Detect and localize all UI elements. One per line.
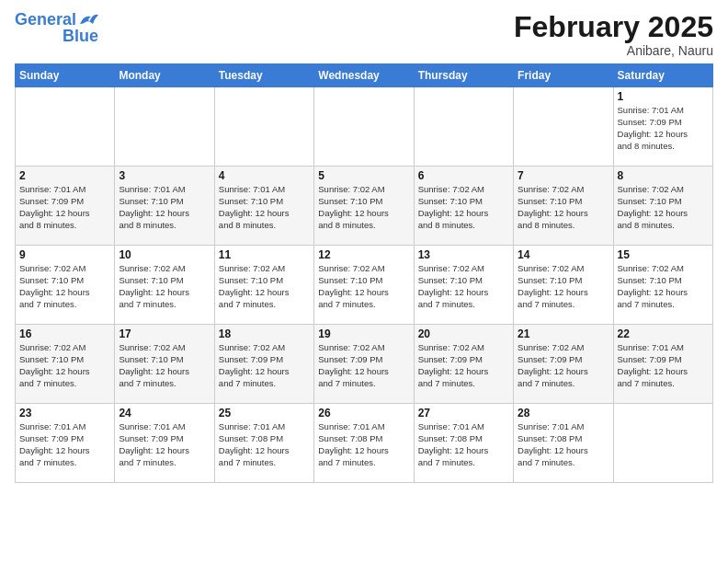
day-info: Sunrise: 7:02 AM Sunset: 7:10 PM Dayligh… — [418, 184, 509, 231]
day-info: Sunrise: 7:01 AM Sunset: 7:08 PM Dayligh… — [318, 421, 409, 468]
week-row-3: 9Sunrise: 7:02 AM Sunset: 7:10 PM Daylig… — [16, 246, 713, 325]
day-cell: 28Sunrise: 7:01 AM Sunset: 7:08 PM Dayli… — [514, 404, 613, 483]
day-number: 22 — [618, 327, 709, 340]
day-cell: 26Sunrise: 7:01 AM Sunset: 7:08 PM Dayli… — [314, 404, 414, 483]
day-number: 1 — [618, 90, 709, 103]
day-cell — [414, 87, 513, 167]
calendar-title: February 2025 — [514, 11, 713, 43]
day-number: 3 — [119, 169, 210, 182]
day-number: 27 — [418, 407, 509, 419]
title-block: February 2025 Anibare, Nauru — [514, 11, 713, 58]
day-info: Sunrise: 7:02 AM Sunset: 7:10 PM Dayligh… — [618, 263, 709, 310]
day-cell — [514, 87, 613, 167]
day-number: 15 — [618, 248, 709, 261]
day-info: Sunrise: 7:01 AM Sunset: 7:08 PM Dayligh… — [219, 421, 310, 468]
day-info: Sunrise: 7:01 AM Sunset: 7:08 PM Dayligh… — [418, 421, 509, 468]
header-saturday: Saturday — [613, 64, 712, 87]
day-number: 9 — [19, 248, 110, 261]
logo-blue-text: Blue — [63, 28, 98, 44]
day-number: 10 — [119, 248, 210, 261]
day-info: Sunrise: 7:01 AM Sunset: 7:09 PM Dayligh… — [119, 421, 210, 468]
day-cell: 20Sunrise: 7:02 AM Sunset: 7:09 PM Dayli… — [414, 325, 513, 404]
header-friday: Friday — [514, 64, 613, 87]
day-info: Sunrise: 7:02 AM Sunset: 7:09 PM Dayligh… — [318, 342, 409, 389]
day-info: Sunrise: 7:02 AM Sunset: 7:09 PM Dayligh… — [219, 342, 310, 389]
day-number: 11 — [219, 248, 310, 261]
day-cell: 21Sunrise: 7:02 AM Sunset: 7:09 PM Dayli… — [514, 325, 613, 404]
day-cell: 11Sunrise: 7:02 AM Sunset: 7:10 PM Dayli… — [214, 246, 313, 325]
day-cell: 14Sunrise: 7:02 AM Sunset: 7:10 PM Dayli… — [514, 246, 613, 325]
day-info: Sunrise: 7:01 AM Sunset: 7:08 PM Dayligh… — [518, 421, 609, 468]
day-info: Sunrise: 7:02 AM Sunset: 7:10 PM Dayligh… — [19, 263, 110, 310]
day-info: Sunrise: 7:01 AM Sunset: 7:10 PM Dayligh… — [219, 184, 310, 231]
logo: General Blue — [15, 11, 98, 44]
day-number: 14 — [518, 248, 609, 261]
day-cell: 22Sunrise: 7:01 AM Sunset: 7:09 PM Dayli… — [613, 325, 712, 404]
day-info: Sunrise: 7:02 AM Sunset: 7:10 PM Dayligh… — [418, 263, 509, 310]
day-number: 16 — [19, 327, 110, 340]
header-thursday: Thursday — [414, 64, 513, 87]
day-cell: 7Sunrise: 7:02 AM Sunset: 7:10 PM Daylig… — [514, 167, 613, 246]
calendar-table: SundayMondayTuesdayWednesdayThursdayFrid… — [15, 63, 713, 483]
day-cell: 23Sunrise: 7:01 AM Sunset: 7:09 PM Dayli… — [16, 404, 115, 483]
header-tuesday: Tuesday — [214, 64, 313, 87]
day-cell — [613, 404, 712, 483]
day-info: Sunrise: 7:02 AM Sunset: 7:10 PM Dayligh… — [318, 263, 409, 310]
week-row-4: 16Sunrise: 7:02 AM Sunset: 7:10 PM Dayli… — [16, 325, 713, 404]
day-info: Sunrise: 7:01 AM Sunset: 7:09 PM Dayligh… — [19, 184, 110, 231]
day-number: 21 — [518, 327, 609, 340]
calendar-subtitle: Anibare, Nauru — [514, 43, 713, 58]
day-number: 20 — [418, 327, 509, 340]
day-number: 13 — [418, 248, 509, 261]
day-cell: 6Sunrise: 7:02 AM Sunset: 7:10 PM Daylig… — [414, 167, 513, 246]
day-number: 5 — [318, 169, 409, 182]
day-cell — [214, 87, 313, 167]
day-number: 19 — [318, 327, 409, 340]
day-cell: 2Sunrise: 7:01 AM Sunset: 7:09 PM Daylig… — [16, 167, 115, 246]
day-cell: 3Sunrise: 7:01 AM Sunset: 7:10 PM Daylig… — [115, 167, 214, 246]
day-cell — [16, 87, 115, 167]
day-info: Sunrise: 7:01 AM Sunset: 7:09 PM Dayligh… — [618, 342, 709, 389]
day-info: Sunrise: 7:02 AM Sunset: 7:09 PM Dayligh… — [418, 342, 509, 389]
day-info: Sunrise: 7:02 AM Sunset: 7:10 PM Dayligh… — [618, 184, 709, 231]
day-number: 25 — [219, 407, 310, 419]
week-row-1: 1Sunrise: 7:01 AM Sunset: 7:09 PM Daylig… — [16, 87, 713, 167]
day-number: 24 — [119, 407, 210, 419]
day-number: 6 — [418, 169, 509, 182]
day-number: 4 — [219, 169, 310, 182]
day-cell: 1Sunrise: 7:01 AM Sunset: 7:09 PM Daylig… — [613, 87, 712, 167]
header-wednesday: Wednesday — [314, 64, 414, 87]
header-sunday: Sunday — [16, 64, 115, 87]
day-cell: 12Sunrise: 7:02 AM Sunset: 7:10 PM Dayli… — [314, 246, 414, 325]
day-info: Sunrise: 7:02 AM Sunset: 7:10 PM Dayligh… — [219, 263, 310, 310]
day-info: Sunrise: 7:02 AM Sunset: 7:10 PM Dayligh… — [518, 263, 609, 310]
day-number: 7 — [518, 169, 609, 182]
day-cell: 17Sunrise: 7:02 AM Sunset: 7:10 PM Dayli… — [115, 325, 214, 404]
day-cell: 16Sunrise: 7:02 AM Sunset: 7:10 PM Dayli… — [16, 325, 115, 404]
week-row-5: 23Sunrise: 7:01 AM Sunset: 7:09 PM Dayli… — [16, 404, 713, 483]
day-number: 26 — [318, 407, 409, 419]
day-cell: 19Sunrise: 7:02 AM Sunset: 7:09 PM Dayli… — [314, 325, 414, 404]
day-cell: 15Sunrise: 7:02 AM Sunset: 7:10 PM Dayli… — [613, 246, 712, 325]
day-info: Sunrise: 7:02 AM Sunset: 7:10 PM Dayligh… — [119, 342, 210, 389]
day-cell: 9Sunrise: 7:02 AM Sunset: 7:10 PM Daylig… — [16, 246, 115, 325]
day-number: 28 — [518, 407, 609, 419]
logo-text: General — [15, 11, 76, 28]
day-cell: 10Sunrise: 7:02 AM Sunset: 7:10 PM Dayli… — [115, 246, 214, 325]
day-cell: 13Sunrise: 7:02 AM Sunset: 7:10 PM Dayli… — [414, 246, 513, 325]
day-number: 17 — [119, 327, 210, 340]
day-number: 18 — [219, 327, 310, 340]
day-info: Sunrise: 7:02 AM Sunset: 7:10 PM Dayligh… — [19, 342, 110, 389]
logo-bird-icon — [78, 11, 98, 28]
day-info: Sunrise: 7:01 AM Sunset: 7:09 PM Dayligh… — [19, 421, 110, 468]
day-cell: 24Sunrise: 7:01 AM Sunset: 7:09 PM Dayli… — [115, 404, 214, 483]
day-number: 8 — [618, 169, 709, 182]
day-info: Sunrise: 7:02 AM Sunset: 7:10 PM Dayligh… — [318, 184, 409, 231]
day-info: Sunrise: 7:02 AM Sunset: 7:10 PM Dayligh… — [518, 184, 609, 231]
day-cell: 25Sunrise: 7:01 AM Sunset: 7:08 PM Dayli… — [214, 404, 313, 483]
day-number: 2 — [19, 169, 110, 182]
day-cell: 4Sunrise: 7:01 AM Sunset: 7:10 PM Daylig… — [214, 167, 313, 246]
day-cell: 27Sunrise: 7:01 AM Sunset: 7:08 PM Dayli… — [414, 404, 513, 483]
day-cell — [314, 87, 414, 167]
day-info: Sunrise: 7:02 AM Sunset: 7:10 PM Dayligh… — [119, 263, 210, 310]
